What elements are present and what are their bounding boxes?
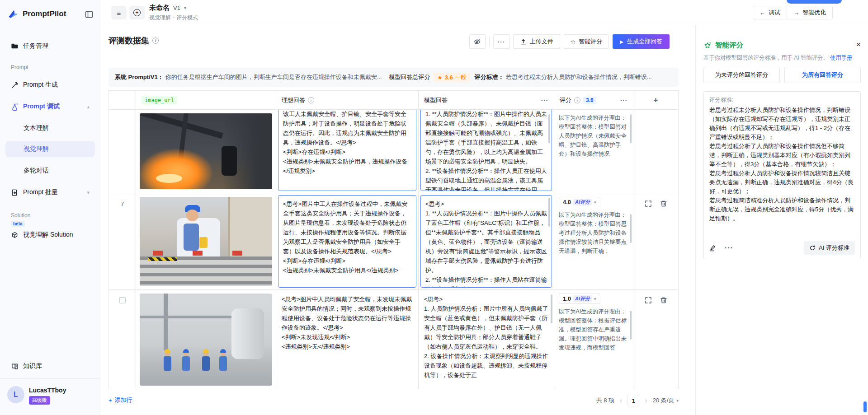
img-layer <box>153 251 163 256</box>
model-answer-text[interactable]: <思考> 1. **人员防护情况分析**：图片中操作人员佩戴了蓝色工作帽（印有“… <box>420 195 552 288</box>
add-row-button[interactable]: + 添加行 <box>108 396 132 404</box>
sidebar-item-text-understanding[interactable]: 文本理解 <box>5 120 95 136</box>
img-layer <box>231 308 264 359</box>
score-cell[interactable]: 4.0 AI评分 ▾ 以下为AI生成的评分理由： 模型回答整体：模型回答思考过程… <box>554 193 633 289</box>
new-task-button[interactable]: + <box>129 6 145 19</box>
expand-row-icon[interactable] <box>645 200 652 207</box>
row-checkbox[interactable] <box>119 297 126 303</box>
sidebar-item-vision-solution[interactable]: 视觉理解 Solution <box>5 227 95 243</box>
smart-score-button[interactable]: ☆ 智能评分 <box>564 34 609 49</box>
delete-row-icon[interactable] <box>660 200 667 207</box>
add-column-button[interactable]: + <box>633 91 678 109</box>
sidebar-item-multi-turn[interactable]: 多轮对话 <box>5 163 95 179</box>
page-number[interactable]: 1 <box>627 395 639 406</box>
menu-button[interactable]: ≡ <box>111 6 127 19</box>
sidebar-item-vision-understanding[interactable]: 视觉理解 <box>5 141 95 157</box>
cell-scrollbar[interactable] <box>548 114 550 143</box>
ideal-answer-cell[interactable]: <思考>图片中工人在操作设备过程中，未佩戴安全手套这类安全防护用具；关于违规操作… <box>276 193 419 289</box>
model-answer-cell[interactable]: 1. **人员防护情况分析**：图片中操作的人员未佩戴安全帽（头部暴露）、未佩戴… <box>419 110 554 193</box>
system-prompt-bar[interactable]: 系统 Prompt/V1： 你的任务是根据生产车间的图片，判断生产车间是否存在违… <box>108 68 679 87</box>
row-actions-cell <box>633 290 678 389</box>
prev-page-icon[interactable]: ‹ <box>620 396 622 405</box>
cell-scrollbar[interactable] <box>630 114 632 143</box>
criteria-card[interactable]: 评分标准: 若思考过程未分析人员防护和设备操作情况，判断错误（如实际存在违规却写… <box>703 91 861 259</box>
delete-row-icon[interactable] <box>660 297 667 304</box>
criteria-text[interactable]: 若思考过程未分析人员防护和设备操作情况，判断错误（如实际存在违规却写不存在违规等… <box>709 106 855 223</box>
img-layer <box>164 356 171 371</box>
cell-scrollbar[interactable] <box>630 214 632 243</box>
sidebar-item-knowledge-base[interactable]: 知识库 <box>5 358 95 374</box>
sidebar-collapse-icon[interactable] <box>85 10 94 19</box>
upload-file-button[interactable]: 上传文件 <box>513 34 560 49</box>
page-size-select[interactable]: 20 条/页 ▾ <box>653 396 679 405</box>
row-image-cell <box>136 290 276 389</box>
promptpilot-logo-icon <box>7 8 19 20</box>
toolbar-divider <box>489 37 490 46</box>
img-layer <box>184 224 199 251</box>
image-url-tag[interactable]: image_url <box>142 96 177 104</box>
ai-criteria-button[interactable]: AI 评分标准 <box>804 241 855 255</box>
model-answer-text[interactable]: 1. **人员防护情况分析**：图片中操作的人员未佩戴安全帽（头部暴露）、未佩戴… <box>420 110 552 191</box>
info-icon[interactable]: i <box>574 97 580 103</box>
sidebar-item-label: Prompt 批量 <box>23 188 58 196</box>
next-page-icon[interactable]: › <box>645 396 647 405</box>
info-icon[interactable]: i <box>308 97 314 103</box>
sidebar-item-prompt-gen[interactable]: Prompt 生成 <box>5 77 95 93</box>
dataset-image-foundry[interactable] <box>140 113 272 189</box>
column-menu-icon[interactable]: ··· <box>541 97 548 103</box>
ideal-answer-cell[interactable]: <思考>图片中人员均佩戴了安全帽，未发现未佩戴安全防护用具的情况；同时，未观察到… <box>276 290 419 389</box>
ideal-answer-cell[interactable]: 该工人未佩戴安全帽、护目镜、安全手套等安全防护用具；对于设备操作，明显设备处于危… <box>276 110 419 193</box>
sidebar-section-solution: Solution <box>11 212 30 219</box>
expand-row-icon[interactable] <box>645 297 652 304</box>
ai-score-tag: AI评分 <box>573 199 592 205</box>
version-caret-icon[interactable]: ▾ <box>184 5 186 10</box>
debug-step-button[interactable]: ← 调试 <box>753 6 787 19</box>
img-layer <box>140 316 235 318</box>
ideal-answer-text[interactable]: <思考>图片中人员均佩戴了安全帽，未发现未佩戴安全防护用具的情况；同时，未观察到… <box>276 290 418 389</box>
table-row: 该工人未佩戴安全帽、护目镜、安全手套等安全防护用具；对于设备操作，明显设备处于危… <box>109 110 678 193</box>
score-cell[interactable]: 1.0 AI评分 ▾ 以下为AI生成的评分理由： 模型回答整体：根据评估标准，模… <box>554 290 633 389</box>
cell-scrollbar[interactable] <box>548 198 550 227</box>
sidebar: PromptPilot 任务管理 Prompt Prompt 生成 Prompt… <box>0 0 100 415</box>
cell-scrollbar[interactable] <box>630 311 632 340</box>
img-layer <box>140 141 224 189</box>
doc-star-icon <box>11 189 19 196</box>
version-label[interactable]: V1 <box>173 5 180 11</box>
dataset-image-plant-crew[interactable] <box>140 294 272 386</box>
score-unscored-button[interactable]: 为未评分的回答评分 <box>703 67 780 83</box>
score-select[interactable]: 4.0 AI评分 ▾ <box>559 197 600 207</box>
more-actions-button[interactable]: ··· <box>493 34 509 49</box>
sidebar-item-prompt-debug[interactable]: Prompt 调试 ▴ <box>5 98 95 115</box>
generate-all-button[interactable]: ▶ 生成全部回答 <box>613 34 670 49</box>
stage-switcher: ← 调试 → 智能优化 <box>753 6 833 19</box>
sidebar-item-task-management[interactable]: 任务管理 <box>5 38 95 54</box>
chevron-down-icon: ▾ <box>594 200 596 205</box>
score-select[interactable]: 1.0 AI评分 ▾ <box>559 294 600 304</box>
ideal-answer-text[interactable]: <思考>图片中工人在操作设备过程中，未佩戴安全手套这类安全防护用具；关于违规操作… <box>278 195 416 288</box>
dataset-image-conveyor-worker[interactable] <box>140 197 272 286</box>
page-scrollbar-thumb[interactable] <box>863 401 867 412</box>
info-icon[interactable]: i <box>152 37 159 44</box>
ideal-answer-text[interactable]: 该工人未佩戴安全帽、护目镜、安全手套等安全防护用具；对于设备操作，明显设备处于危… <box>278 110 416 191</box>
model-answer-cell[interactable]: <思考> 1. **人员防护情况分析**：图片中操作人员佩戴了蓝色工作帽（印有“… <box>419 193 554 289</box>
model-answer-text[interactable]: <思考> 1. 人员防护情况分析：图片中所有人员均佩戴了安全帽（蓝色或黄色），但… <box>419 290 554 389</box>
chevron-up-icon[interactable]: ▴ <box>87 104 90 110</box>
close-icon[interactable]: × <box>856 40 861 49</box>
header-model-answer: 模型回答 ··· <box>419 91 554 109</box>
hide-columns-button[interactable] <box>469 34 486 49</box>
edit-pencil-icon[interactable] <box>709 244 717 252</box>
score-all-button[interactable]: 为所有回答评分 <box>784 67 861 83</box>
score-cell[interactable]: 以下为AI生成的评分理由： 模型回答整体：模型回答对人员防护情况（未佩戴安全帽、… <box>554 110 633 193</box>
cube-icon <box>11 231 19 239</box>
more-icon[interactable]: ··· <box>725 244 733 252</box>
chevron-down-icon[interactable]: ▾ <box>87 190 90 196</box>
column-menu-icon[interactable]: ··· <box>620 97 627 103</box>
sidebar-item-prompt-batch[interactable]: Prompt 批量 ▾ <box>5 184 95 201</box>
optimize-step-button[interactable]: → 智能优化 <box>787 6 832 19</box>
model-answer-cell[interactable]: <思考> 1. 人员防护情况分析：图片中所有人员均佩戴了安全帽（蓝色或黄色），但… <box>419 290 554 389</box>
cell-scrollbar[interactable] <box>551 294 552 323</box>
manual-link[interactable]: 使用手册 <box>830 55 852 61</box>
avatar[interactable]: L <box>7 386 24 403</box>
task-title[interactable]: 未命名 <box>149 4 170 12</box>
sidebar-section-prompt: Prompt <box>11 64 28 70</box>
